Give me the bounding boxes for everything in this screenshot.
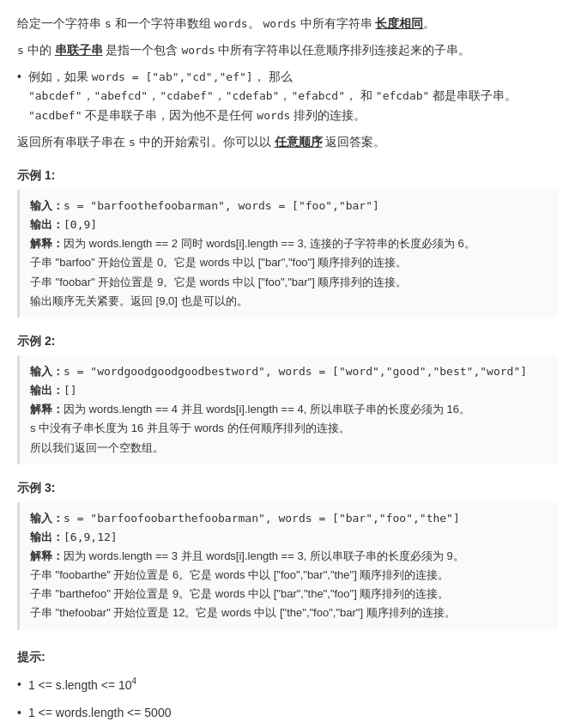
example-bullet-text: 例如，如果 words = ["ab","cd","ef"]， 那么 "abcd… <box>28 67 558 125</box>
example-1-title: 示例 1: <box>17 166 558 185</box>
example-1-explanation-2: 子串 "barfoo" 开始位置是 0。它是 words 中以 ["bar","… <box>30 253 548 272</box>
example-2-output: 输出：[] <box>30 381 548 400</box>
example-3-title: 示例 3: <box>17 478 558 497</box>
hint-bullet-2: • <box>17 703 21 722</box>
hint-item-1: • 1 <= s.length <= 104 <box>17 675 558 695</box>
intro-line2: s 中的 串联子串 是指一个包含 words 中所有字符串以任意顺序排列连接起来… <box>17 40 558 60</box>
example-2-explanation-2: s 中没有子串长度为 16 并且等于 words 的任何顺序排列的连接。 <box>30 419 548 438</box>
example-3-box: 输入：s = "barfoofoobarthefoobarman", words… <box>17 502 558 630</box>
example-bullet: • 例如，如果 words = ["ab","cd","ef"]， 那么 "ab… <box>17 67 558 125</box>
hints-section: 提示: • 1 <= s.length <= 104 • 1 <= words.… <box>17 647 558 728</box>
example-3-input: 输入：s = "barfoofoobarthefoobarman", words… <box>30 509 548 528</box>
hints-title: 提示: <box>17 647 558 666</box>
example-section-1: 示例 1: 输入：s = "barfoothefoobarman", words… <box>17 166 558 318</box>
hint-item-2: • 1 <= words.length <= 5000 <box>17 703 558 722</box>
example-1-input: 输入：s = "barfoothefoobarman", words = ["f… <box>30 197 548 215</box>
example-1-explanation-4: 输出顺序无关紧要。返回 [9,0] 也是可以的。 <box>30 292 548 311</box>
example-1-output: 输出：[0,9] <box>30 215 548 234</box>
hint-text-1: 1 <= s.length <= 104 <box>28 675 136 695</box>
hint-text-2: 1 <= words.length <= 5000 <box>28 703 172 722</box>
example-2-explanation-3: 所以我们返回一个空数组。 <box>30 439 548 458</box>
example-3-explanation-2: 子串 "foobarthe" 开始位置是 6。它是 words 中以 ["foo… <box>30 566 548 585</box>
example-2-box: 输入：s = "wordgoodgoodgoodbestword", words… <box>17 355 558 464</box>
example-3-explanation-3: 子串 "barthefoo" 开始位置是 9。它是 words 中以 ["bar… <box>30 585 548 604</box>
hint-bullet-1: • <box>17 675 21 694</box>
example-3-explanation: 解释：因为 words.length == 3 并且 words[i].leng… <box>30 547 548 566</box>
bullet-dot: • <box>17 67 21 125</box>
intro-line1: 给定一个字符串 s 和一个字符串数组 words。 words 中所有字符串 长… <box>17 14 558 33</box>
example-2-explanation: 解释：因为 words.length == 4 并且 words[i].leng… <box>30 400 548 419</box>
example-1-explanation-3: 子串 "foobar" 开始位置是 9。它是 words 中以 ["foo","… <box>30 273 548 292</box>
example-2-input: 输入：s = "wordgoodgoodgoodbestword", words… <box>30 362 548 381</box>
problem-description: 给定一个字符串 s 和一个字符串数组 words。 words 中所有字符串 长… <box>17 14 558 152</box>
example-2-title: 示例 2: <box>17 331 558 350</box>
example-section-2: 示例 2: 输入：s = "wordgoodgoodgoodbestword",… <box>17 331 558 464</box>
example-1-box: 输入：s = "barfoothefoobarman", words = ["f… <box>17 190 558 318</box>
example-3-output: 输出：[6,9,12] <box>30 528 548 547</box>
example-section-3: 示例 3: 输入：s = "barfoofoobarthefoobarman",… <box>17 478 558 630</box>
example-3-explanation-4: 子串 "thefoobar" 开始位置是 12。它是 words 中以 ["th… <box>30 604 548 622</box>
return-line: 返回所有串联子串在 s 中的开始索引。你可以以 任意顺序 返回答案。 <box>17 132 558 152</box>
example-1-explanation: 解释：因为 words.length == 2 同时 words[i].leng… <box>30 234 548 253</box>
